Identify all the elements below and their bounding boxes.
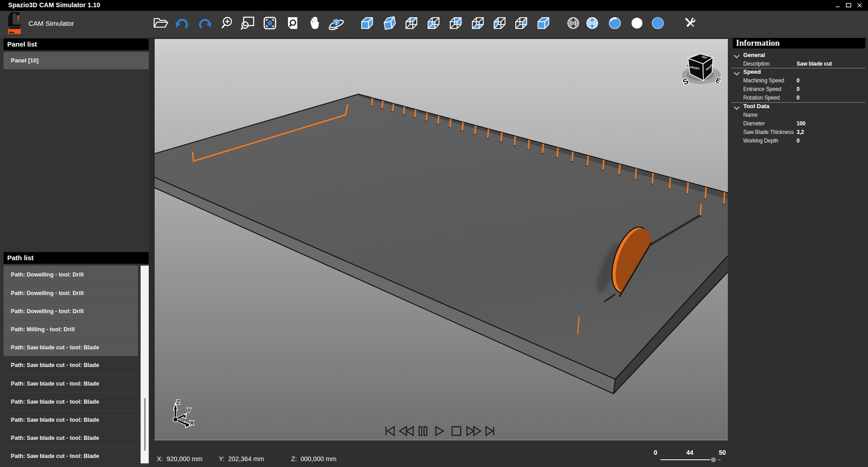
svg-text:Z: Z <box>176 399 180 405</box>
svg-text:X: X <box>190 419 194 426</box>
svg-text:Y: Y <box>187 407 191 414</box>
